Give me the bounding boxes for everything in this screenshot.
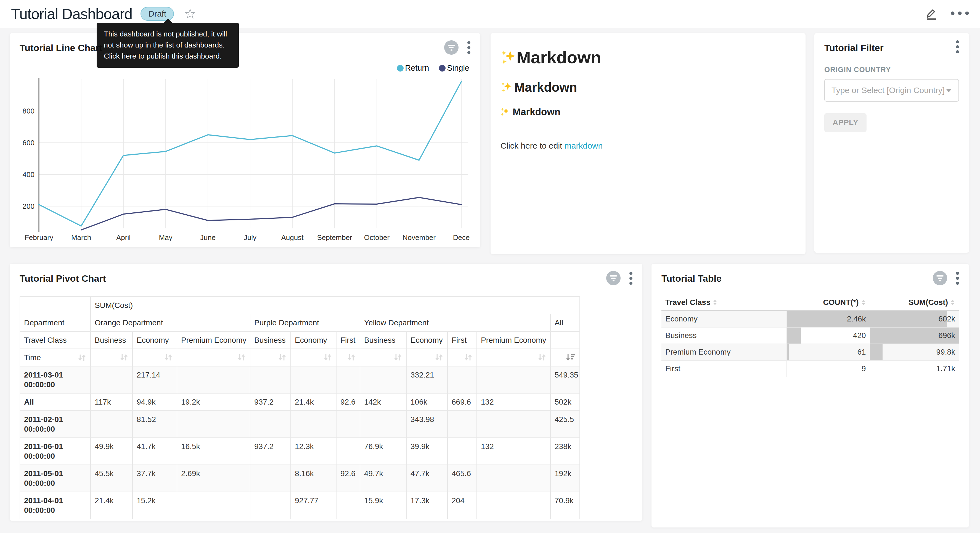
pivot-col-header: Economy (132, 331, 177, 349)
col-header-travel-class[interactable]: Travel Class (662, 295, 786, 311)
pivot-sort-cell[interactable] (406, 349, 447, 366)
sort-icon[interactable] (347, 353, 356, 361)
pivot-sort-cell[interactable] (91, 349, 132, 366)
sort-desc-active-icon[interactable] (566, 353, 576, 361)
x-tick-label: June (200, 233, 216, 242)
applied-filters-icon[interactable] (933, 271, 947, 286)
favorite-star-icon[interactable]: ☆ (184, 7, 196, 21)
sparkles-icon (501, 50, 516, 65)
count-bar (787, 344, 789, 360)
count-cell: 61 (786, 344, 870, 361)
pivot-value-cell: 425.5 (550, 411, 580, 438)
count-bar (787, 361, 788, 377)
pivot-sort-cell[interactable] (550, 349, 580, 366)
sort-icon[interactable] (464, 353, 473, 361)
pivot-data-row: 2011-05-01 00:00:0045.5k37.7k2.69k8.16k9… (20, 465, 580, 492)
pivot-sort-cell[interactable] (477, 349, 550, 366)
y-tick-label: 600 (23, 139, 35, 147)
pivot-value-cell (250, 411, 291, 438)
markdown-h2: Markdown (501, 80, 795, 95)
sort-icon[interactable] (538, 353, 546, 361)
pivot-value-cell: 16.5k (177, 438, 250, 465)
pivot-metric-header: SUM(Cost) (91, 297, 580, 314)
sort-icon[interactable] (323, 353, 332, 361)
sort-icon[interactable] (434, 353, 443, 361)
chart-gridlines (39, 79, 468, 228)
pivot-value-cell (177, 411, 250, 438)
sort-icon[interactable] (278, 353, 286, 361)
pivot-sort-cell[interactable] (250, 349, 291, 366)
pivot-sort-cell[interactable] (132, 349, 177, 366)
sort-icon[interactable] (237, 353, 246, 361)
sum-bar (870, 311, 947, 327)
pivot-value-cell (477, 366, 550, 393)
pivot-value-cell (360, 366, 406, 393)
pivot-sort-cell[interactable] (336, 349, 360, 366)
pivot-value-cell: 117k (91, 393, 132, 411)
table-row: Premium Economy6199.8k (662, 344, 959, 361)
markdown-h3: Markdown (501, 106, 795, 117)
kebab-menu-icon[interactable] (956, 272, 959, 286)
kebab-menu-icon[interactable] (629, 272, 632, 286)
more-options-icon[interactable] (951, 11, 969, 16)
publish-tooltip: This dashboard is not published, it will… (97, 22, 239, 68)
column-sort-icon[interactable] (713, 299, 718, 306)
col-header-sum-cost[interactable]: SUM(Cost) (870, 295, 959, 311)
pivot-value-cell: 343.98 (406, 411, 447, 438)
pivot-row-label: 2011-06-01 00:00:00 (20, 438, 91, 465)
pivot-sort-row: Time (20, 349, 580, 366)
pivot-value-cell: 132 (477, 438, 550, 465)
pivot-value-cell: 47.7k (406, 465, 447, 492)
pivot-col-header: Business (250, 331, 291, 349)
pivot-value-cell: 465.6 (447, 465, 477, 492)
column-sort-icon[interactable] (950, 299, 955, 306)
kebab-menu-icon[interactable] (956, 40, 959, 54)
table-row: First91.71k (662, 361, 959, 377)
pivot-value-cell (91, 366, 132, 393)
pivot-value-cell: 132 (477, 393, 550, 411)
pivot-col-header: First (336, 331, 360, 349)
count-bar (787, 327, 801, 343)
pivot-row-label: 2011-03-01 00:00:00 (20, 366, 91, 393)
apply-button[interactable]: APPLY (824, 113, 867, 132)
column-sort-icon[interactable] (861, 299, 866, 306)
legend-dot-single (439, 65, 445, 72)
pivot-sort-cell[interactable] (291, 349, 336, 366)
legend-item-return[interactable]: Return (397, 64, 429, 73)
pivot-value-cell: 502k (550, 393, 580, 411)
pivot-sort-cell[interactable] (360, 349, 406, 366)
pivot-value-cell: 192k (550, 465, 580, 492)
pivot-sort-cell[interactable] (177, 349, 250, 366)
pivot-group-header: Orange Department (91, 314, 250, 331)
pivot-table: SUM(Cost)DepartmentOrange DepartmentPurp… (20, 296, 580, 519)
y-tick-label: 200 (23, 202, 35, 211)
pivot-class-row: Travel ClassBusinessEconomyPremium Econo… (20, 331, 580, 349)
applied-filters-icon[interactable] (606, 271, 620, 286)
chart-y-tick-labels: 200400600800 (23, 107, 35, 211)
edit-markdown-link[interactable]: markdown (565, 141, 603, 150)
pivot-value-cell: 937.2 (250, 393, 291, 411)
pivot-row-label: All (20, 393, 91, 411)
legend-item-single[interactable]: Single (439, 64, 469, 73)
sum-cell: 99.8k (870, 344, 959, 361)
origin-country-select[interactable]: Type or Select [Origin Country] (824, 79, 959, 102)
pivot-group-header: All (550, 314, 580, 331)
col-header-count[interactable]: COUNT(*) (786, 295, 870, 311)
pivot-data-row: 2011-02-01 00:00:0081.52343.98425.5 (20, 411, 580, 438)
edit-dashboard-icon[interactable] (924, 6, 938, 22)
kebab-menu-icon[interactable] (467, 41, 470, 55)
applied-filters-icon[interactable] (444, 40, 458, 56)
sort-icon[interactable] (119, 353, 128, 361)
sort-icon[interactable] (164, 353, 173, 361)
y-tick-label: 800 (23, 107, 35, 115)
sum-bar (870, 361, 870, 377)
sort-icon[interactable] (78, 354, 86, 362)
legend-label: Return (405, 64, 429, 73)
pivot-data-row: All117k94.9k19.2k937.221.4k92.6142k106k6… (20, 393, 580, 411)
pivot-sort-cell[interactable] (447, 349, 477, 366)
pivot-row-label: 2011-05-01 00:00:00 (20, 465, 91, 492)
x-tick-label: November (402, 233, 436, 242)
pivot-dept-corner: Department (20, 314, 91, 331)
pivot-value-cell: 332.21 (406, 366, 447, 393)
sort-icon[interactable] (393, 353, 402, 361)
